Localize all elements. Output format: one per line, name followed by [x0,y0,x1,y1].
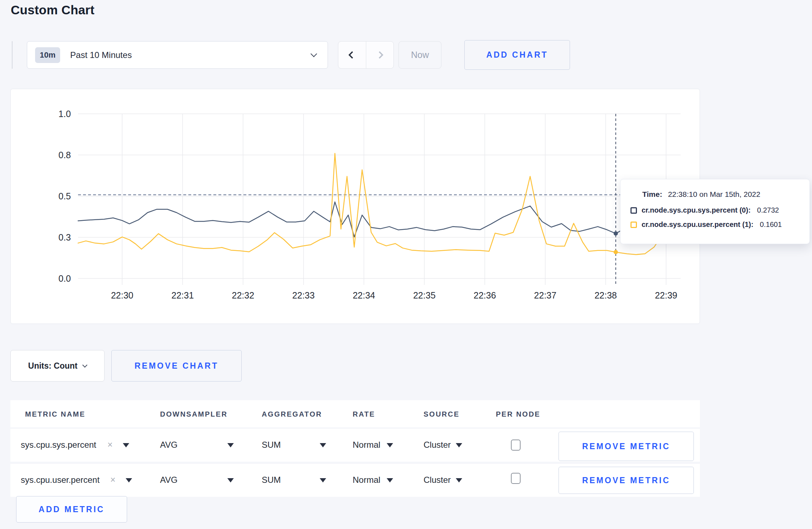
remove-chart-button[interactable]: REMOVE CHART [111,350,242,382]
downsampler-select[interactable]: AVG [160,440,178,450]
svg-text:0.5: 0.5 [58,191,71,201]
svg-text:22:31: 22:31 [171,290,194,300]
page-title: Custom Chart [11,3,95,17]
clear-metric-icon[interactable]: × [110,475,116,485]
tooltip-sys-label: cr.node.sys.cpu.sys.percent (0): [642,206,751,214]
tooltip-user-value: 0.1601 [760,220,782,229]
svg-text:22:37: 22:37 [534,290,557,300]
tooltip-series-row: cr.node.sys.cpu.user.percent (1): 0.1601 [630,220,800,229]
svg-text:22:30: 22:30 [111,290,134,300]
dropdown-arrow-icon[interactable] [320,478,326,482]
dropdown-arrow-icon[interactable] [227,478,234,482]
col-header-per-node: PER NODE [496,410,540,418]
prev-time-button[interactable] [338,42,366,68]
svg-text:0.3: 0.3 [58,232,71,242]
source-select[interactable]: Cluster [424,475,451,485]
tooltip-time-label: Time: [642,190,662,198]
remove-metric-button[interactable]: REMOVE METRIC [559,432,694,461]
dropdown-arrow-icon[interactable] [456,443,462,447]
chevron-right-icon [376,51,383,59]
svg-text:1.0: 1.0 [58,109,71,119]
tooltip-sys-value: 0.2732 [757,206,779,214]
svg-text:22:34: 22:34 [353,290,375,300]
dropdown-arrow-icon[interactable] [320,443,326,447]
dropdown-arrow-icon[interactable] [126,478,132,482]
dropdown-arrow-icon[interactable] [387,478,393,482]
time-range-badge: 10m [35,47,60,63]
now-button[interactable]: Now [398,41,441,69]
metric-name-select[interactable]: sys.cpu.sys.percent [21,440,96,450]
sys-series-swatch-icon [630,207,637,214]
svg-text:22:36: 22:36 [474,290,496,300]
time-range-label: Past 10 Minutes [70,50,132,60]
source-select[interactable]: Cluster [424,440,451,450]
metric-name-select[interactable]: sys.cpu.user.percent [21,475,100,485]
time-range-select[interactable]: 10m Past 10 Minutes [27,41,328,69]
tooltip-series-row: cr.node.sys.cpu.sys.percent (0): 0.2732 [630,206,800,214]
toolbar-divider [12,41,13,69]
svg-text:22:35: 22:35 [413,290,436,300]
svg-text:0.8: 0.8 [58,150,71,160]
per-node-checkbox[interactable] [511,440,521,451]
svg-text:22:33: 22:33 [292,290,315,300]
time-nav-group [338,41,394,69]
dropdown-arrow-icon[interactable] [123,443,129,447]
chevron-left-icon [348,51,356,59]
chart-tooltip: Time:22:38:10 on Mar 15th, 2022 cr.node.… [620,179,810,244]
chevron-down-icon [82,363,87,368]
user-series-swatch-icon [630,222,637,228]
col-header-metric-name: METRIC NAME [25,410,86,418]
tooltip-user-label: cr.node.sys.cpu.user.percent (1): [642,220,753,229]
tooltip-time-value: 22:38:10 on Mar 15th, 2022 [668,190,760,198]
cpu-percent-chart[interactable]: 0.00.30.50.81.022:3022:3122:3222:3322:34… [11,89,700,324]
svg-text:22:32: 22:32 [232,290,255,300]
downsampler-select[interactable]: AVG [160,475,178,485]
rate-select[interactable]: Normal [353,440,380,450]
dropdown-arrow-icon[interactable] [387,443,393,447]
aggregator-select[interactable]: SUM [262,440,281,450]
per-node-checkbox[interactable] [511,473,521,484]
rate-select[interactable]: Normal [353,475,380,485]
units-label: Units: Count [28,361,78,371]
dropdown-arrow-icon[interactable] [227,443,234,447]
dropdown-arrow-icon[interactable] [456,478,462,482]
svg-text:22:38: 22:38 [594,290,617,300]
remove-metric-button[interactable]: REMOVE METRIC [559,467,694,494]
col-header-downsampler: DOWNSAMPLER [160,410,228,418]
clear-metric-icon[interactable]: × [107,440,113,450]
svg-text:22:39: 22:39 [655,290,677,300]
svg-text:0.0: 0.0 [58,273,71,283]
col-header-rate: RATE [353,410,375,418]
units-select[interactable]: Units: Count [10,350,105,382]
add-metric-button[interactable]: ADD METRIC [16,496,127,523]
chevron-down-icon [310,50,317,57]
chart-card: 0.00.30.50.81.022:3022:3122:3222:3322:34… [10,89,700,324]
col-header-aggregator: AGGREGATOR [262,410,322,418]
aggregator-select[interactable]: SUM [262,475,281,485]
col-header-source: SOURCE [424,410,460,418]
next-time-button[interactable] [366,42,394,68]
tooltip-time-row: Time:22:38:10 on Mar 15th, 2022 [642,190,800,199]
add-chart-button[interactable]: ADD CHART [464,40,570,70]
